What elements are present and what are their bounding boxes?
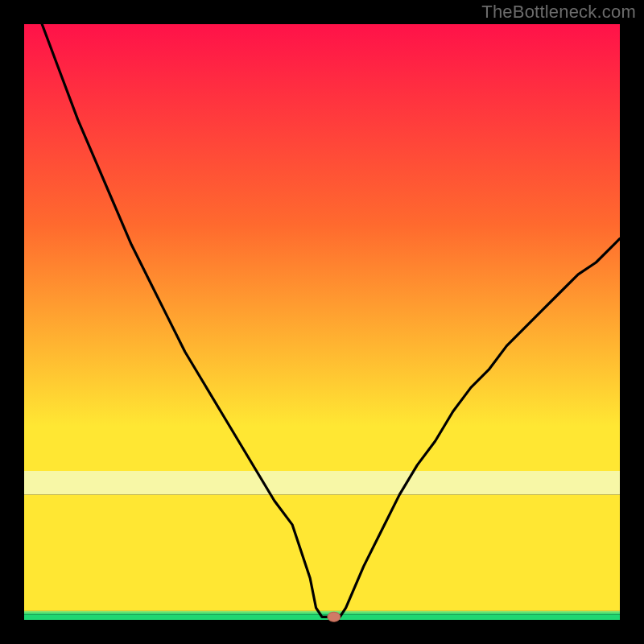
gradient-background <box>24 24 620 471</box>
green-band <box>24 611 620 614</box>
watermark-attribution: TheBottleneck.com <box>481 2 636 23</box>
pale-band <box>24 471 620 495</box>
bottleneck-chart <box>0 0 644 644</box>
optimum-marker <box>328 612 341 621</box>
lower-yellow-band <box>24 495 620 611</box>
